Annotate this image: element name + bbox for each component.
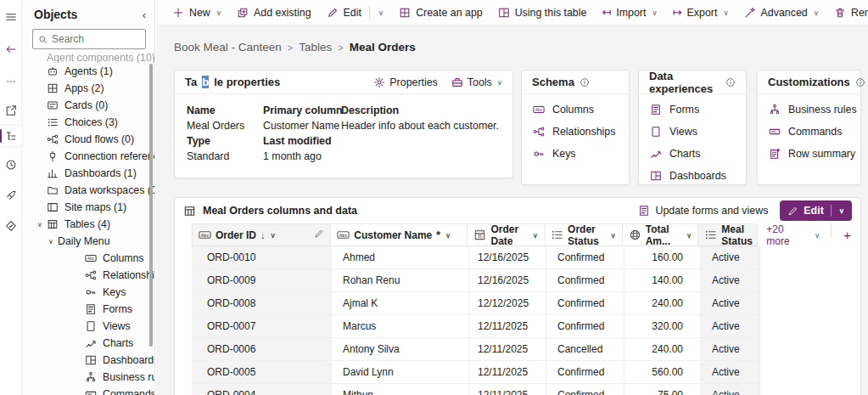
cell-order_date[interactable]: 12/11/2025 xyxy=(469,384,546,395)
cell-meal_status[interactable]: Active xyxy=(701,338,760,361)
chevron-down-icon[interactable]: ∨ xyxy=(533,231,538,240)
cell-order_status[interactable]: Confirmed xyxy=(546,384,624,395)
cell-order_status[interactable]: Cancelled xyxy=(546,338,624,361)
sidebar-item-cloud-flows-0[interactable]: Cloud flows (0) xyxy=(22,131,154,148)
update-forms-views-button[interactable]: Update forms and views xyxy=(638,205,768,217)
breadcrumb-book-meal-canteen[interactable]: Book Meal - Canteen xyxy=(174,41,282,54)
cell-order_status[interactable]: Confirmed xyxy=(546,269,624,292)
rail-objects-button[interactable] xyxy=(0,126,22,146)
chevron-down-icon[interactable]: ∨ xyxy=(686,231,692,240)
relationships-link[interactable]: Relationships xyxy=(522,121,629,143)
toolbar-using-this-table-button[interactable]: Using this table xyxy=(490,0,595,25)
sidebar-item-agents-1[interactable]: Agents (1) xyxy=(22,63,154,80)
row-summary-link[interactable]: Row summary xyxy=(758,143,860,165)
cell-total_amount[interactable]: 140.00 xyxy=(624,269,701,292)
sidebar-item-views[interactable]: Views xyxy=(22,318,154,335)
toolbar-new-button[interactable]: New∨ xyxy=(165,0,229,25)
table-row[interactable]: ORD-0004Mithun12/11/2025Confirmed75.00Ac… xyxy=(192,384,860,395)
sidebar-item-cards-0[interactable]: Cards (0) xyxy=(22,97,154,114)
cell-total_amount[interactable]: 240.00 xyxy=(624,338,701,361)
cell-order_id[interactable]: ORD-0008 xyxy=(192,292,332,315)
cell-meal_status[interactable]: Active xyxy=(701,292,760,315)
columns-link[interactable]: Columns xyxy=(522,99,629,121)
cell-total_amount[interactable]: 320.00 xyxy=(624,315,701,338)
cell-customer_name[interactable]: Ahmed xyxy=(332,246,469,269)
cell-customer_name[interactable]: David Lynn xyxy=(332,361,469,384)
cell-order_status[interactable]: Confirmed xyxy=(546,315,624,338)
table-row[interactable]: ORD-0005David Lynn12/11/2025Confirmed560… xyxy=(192,361,860,384)
table-row[interactable]: ORD-0007Marcus12/11/2025Confirmed320.00A… xyxy=(192,315,860,338)
dashboards-link[interactable]: Dashboards xyxy=(639,165,746,187)
table-row[interactable]: ORD-0009Rohan Renu12/16/2025Confirmed140… xyxy=(192,269,860,292)
chevron-left-icon[interactable]: ‹ xyxy=(143,8,146,21)
forms-link[interactable]: Forms xyxy=(639,99,746,121)
cell-meal_status[interactable]: Active xyxy=(701,246,760,269)
rail-page-button[interactable] xyxy=(0,100,22,121)
sidebar-item-tables-4[interactable]: ∨Tables (4) xyxy=(22,216,154,233)
sidebar-item-business-rules[interactable]: Business rules xyxy=(22,369,154,386)
cell-order_status[interactable]: Confirmed xyxy=(546,361,624,384)
add-column-button[interactable]: + xyxy=(834,223,860,246)
cell-order_date[interactable]: 12/16/2025 xyxy=(469,269,546,292)
cell-total_amount[interactable]: 560.00 xyxy=(624,361,701,384)
cell-customer_name[interactable]: Antony Silva xyxy=(332,338,469,361)
sidebar-item-commands[interactable]: Commands xyxy=(22,386,154,395)
table-row[interactable]: ORD-0010Ahmed12/16/2025Confirmed160.00Ac… xyxy=(192,246,860,269)
sidebar-item-apps-2[interactable]: Apps (2) xyxy=(22,80,154,97)
edit-button[interactable]: Edit ∨ xyxy=(780,200,852,221)
sidebar-item-dashboards-1[interactable]: Dashboards (1) xyxy=(22,165,154,182)
cell-order_id[interactable]: ORD-0010 xyxy=(192,246,332,269)
rail-solutions-button[interactable] xyxy=(0,216,22,236)
sidebar-item-charts[interactable]: Charts xyxy=(22,335,154,352)
cell-total_amount[interactable]: 240.00 xyxy=(624,292,701,315)
chevron-down-icon[interactable]: ∨ xyxy=(445,231,451,240)
rail-back-button[interactable] xyxy=(0,39,22,59)
cell-order_id[interactable]: ORD-0006 xyxy=(192,338,332,361)
sidebar-item-site-maps-1[interactable]: Site maps (1) xyxy=(22,199,154,216)
charts-link[interactable]: Charts xyxy=(639,143,746,165)
toolbar-edit-button[interactable]: Edit∨ xyxy=(319,0,392,25)
cell-customer_name[interactable]: Ajmal K xyxy=(332,292,469,315)
cell-meal_status[interactable]: Active xyxy=(701,384,760,395)
sidebar-item-dashboards[interactable]: Dashboards xyxy=(22,352,154,369)
column-header-total-am[interactable]: Total Am...∨ xyxy=(623,223,699,246)
cell-meal_status[interactable]: Active xyxy=(701,269,760,292)
cell-order_status[interactable]: Confirmed xyxy=(546,292,624,315)
cell-order_date[interactable]: 12/11/2025 xyxy=(469,338,546,361)
sidebar-item-daily-menu[interactable]: ∨Daily Menu xyxy=(22,233,154,250)
tools-button[interactable]: Tools ∨ xyxy=(451,76,502,88)
cell-order_date[interactable]: 12/11/2025 xyxy=(469,315,546,338)
sidebar-item-columns[interactable]: Columns xyxy=(22,250,154,267)
rail-rocket-button[interactable] xyxy=(0,185,22,206)
column-header-order-id[interactable]: Order ID↓∨ xyxy=(192,223,331,246)
sidebar-item-relationships[interactable]: Relationships xyxy=(22,267,154,284)
column-header-order-date[interactable]: Order Date∨ xyxy=(468,223,545,246)
sidebar-item-keys[interactable]: Keys xyxy=(22,284,154,301)
cell-customer_name[interactable]: Mithun xyxy=(332,384,469,395)
properties-button[interactable]: Properties xyxy=(373,76,437,88)
toolbar-advanced-button[interactable]: Advanced∨ xyxy=(736,0,826,25)
column-header-meal-status[interactable]: Meal Status xyxy=(698,223,758,246)
cell-order_id[interactable]: ORD-0004 xyxy=(192,384,332,395)
cell-order_id[interactable]: ORD-0005 xyxy=(192,361,332,384)
cell-order_date[interactable]: 12/12/2025 xyxy=(469,292,546,315)
sidebar-item-connection-references-1[interactable]: Connection references (1) xyxy=(22,148,154,165)
cell-order_date[interactable]: 12/11/2025 xyxy=(469,361,546,384)
rail-menu-button[interactable] xyxy=(0,7,22,27)
toolbar-remove-button[interactable]: Remove∨ xyxy=(826,0,868,25)
sidebar-item-data-workspaces-0[interactable]: Data workspaces (0) xyxy=(22,182,154,199)
chevron-down-icon[interactable]: ∨ xyxy=(839,206,844,215)
cell-order_id[interactable]: ORD-0009 xyxy=(192,269,332,292)
toolbar-create-an-app-button[interactable]: Create an app xyxy=(391,0,490,25)
sidebar-item-agent-components-10[interactable]: Agent components (10) xyxy=(22,53,154,63)
business-rules-link[interactable]: Business rules xyxy=(758,99,860,121)
table-row[interactable]: ORD-0006Antony Silva12/11/2025Cancelled2… xyxy=(192,338,860,361)
cell-order_id[interactable]: ORD-0007 xyxy=(192,315,332,338)
cell-order_date[interactable]: 12/16/2025 xyxy=(469,246,546,269)
sidebar-scrollbar[interactable] xyxy=(149,64,153,347)
toolbar-add-existing-button[interactable]: Add existing xyxy=(229,0,319,25)
search-input[interactable] xyxy=(52,33,137,45)
cell-order_status[interactable]: Confirmed xyxy=(546,246,624,269)
keys-link[interactable]: Keys xyxy=(522,143,629,165)
toolbar-export-button[interactable]: ↦Export∨ xyxy=(665,0,736,25)
